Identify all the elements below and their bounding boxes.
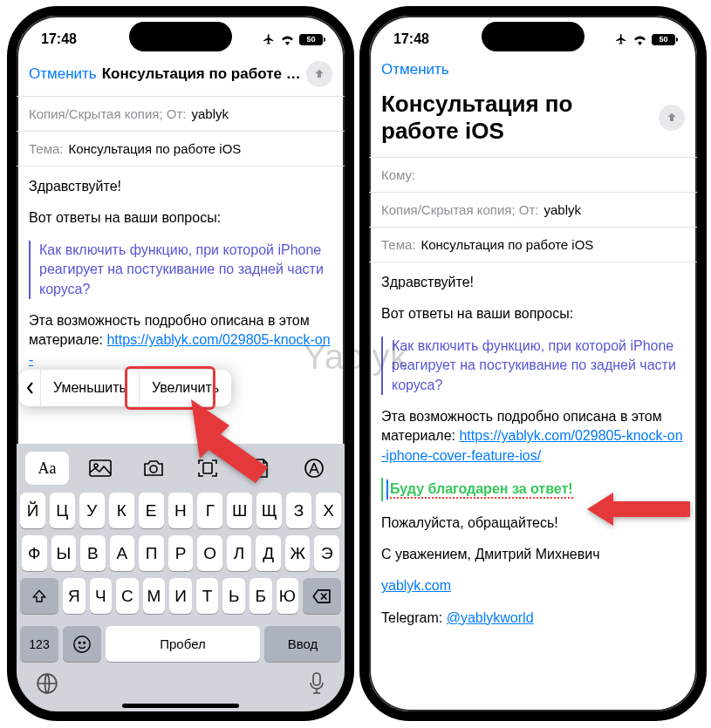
key-ь[interactable]: ь [222,578,245,614]
compose-title-large: Консультация по работе iOS [381,91,652,145]
cc-from-value: yablyk [191,106,229,121]
keyboard-row-3: ячсмитьбю [20,578,341,614]
svg-rect-10 [313,673,320,685]
key-о[interactable]: о [197,535,222,571]
svg-point-5 [305,459,323,477]
send-button[interactable] [306,61,332,87]
signature-site[interactable]: yablyk.com [381,578,451,593]
key-ц[interactable]: ц [50,493,75,528]
key-ш[interactable]: ш [227,493,252,528]
globe-icon[interactable] [36,672,58,695]
key-л[interactable]: л [227,535,252,571]
key-а[interactable]: а [110,535,135,571]
key-ф[interactable]: ф [22,535,47,571]
body-answer: Эта возможность подробно описана в этом … [29,311,332,370]
key-ч[interactable]: ч [90,578,113,614]
cc-from-field[interactable]: Копия/Скрытая копия; От: yablyk [369,193,697,227]
svg-point-2 [94,464,98,467]
message-body[interactable]: Здравствуйте! Вот ответы на ваши вопросы… [17,167,345,402]
key-ы[interactable]: ы [51,535,77,571]
svg-point-6 [74,636,90,651]
body-greeting: Здравствуйте! [381,273,685,292]
subject-field[interactable]: Тема: Консультация по работе iOS [369,228,697,262]
to-label: Кому: [381,167,415,182]
cc-from-value: yablyk [544,202,581,217]
subject-field[interactable]: Тема: Консультация по работе iOS [17,132,345,166]
inserted-quote-text: Буду благодарен за ответ! [381,478,685,500]
scan-button[interactable] [186,452,229,485]
key-ю[interactable]: ю [277,578,299,614]
airplane-icon [614,33,628,45]
svg-rect-4 [203,463,212,473]
key-т[interactable]: т [196,578,219,614]
subject-label: Тема: [381,237,416,252]
svg-point-7 [79,642,80,643]
key-й[interactable]: й [20,493,45,528]
key-ж[interactable]: ж [285,535,311,571]
key-х[interactable]: х [316,493,341,528]
dynamic-island [482,22,585,51]
key-щ[interactable]: щ [256,493,282,528]
photos-button[interactable] [79,452,122,485]
body-quote: Как включить функцию, при которой iPhone… [29,241,332,299]
shift-key[interactable] [20,578,58,614]
body-quote: Как включить функцию, при которой iPhone… [381,337,685,395]
keyboard-row-1: йцукенгшщзх [20,493,341,528]
wifi-icon [280,34,295,45]
compose-nav: Отменить Консультация по работе iOS [17,54,345,96]
key-с[interactable]: с [116,578,139,614]
key-п[interactable]: п [139,535,164,571]
signature-name: С уважением, Дмитрий Михневич [381,545,685,564]
compose-nav: Отменить [369,54,697,87]
svg-rect-1 [90,460,111,476]
signature-telegram-label: Telegram: [381,610,447,625]
body-greeting: Здравствуйте! [29,177,332,196]
key-з[interactable]: з [286,493,311,528]
key-н[interactable]: н [168,493,194,528]
key-д[interactable]: д [256,535,281,571]
status-time: 17:48 [393,31,446,47]
svg-point-3 [150,466,157,473]
svg-point-8 [84,642,85,643]
attach-file-button[interactable] [239,452,283,485]
compose-title: Консультация по работе iOS [102,65,301,83]
key-и[interactable]: и [169,578,192,614]
to-field[interactable]: Кому: [369,158,697,192]
emoji-key[interactable] [63,626,101,662]
key-в[interactable]: в [80,535,106,571]
status-time: 17:48 [41,31,93,47]
key-у[interactable]: у [79,493,105,528]
body-intro: Вот ответы на ваши вопросы: [381,304,685,323]
key-м[interactable]: м [143,578,166,614]
space-key[interactable]: Пробел [106,626,260,662]
key-я[interactable]: я [63,578,85,614]
dynamic-island [129,22,232,51]
signature-telegram-link[interactable]: @yablykworld [447,610,534,625]
quote-level-popover: Уменьшить Увеличить [19,370,231,406]
key-р[interactable]: р [168,535,194,571]
key-к[interactable]: к [109,493,134,528]
message-body[interactable]: Здравствуйте! Вот ответы на ваши вопросы… [369,262,697,628]
cc-from-field[interactable]: Копия/Скрытая копия; От: yablyk [17,97,345,131]
key-э[interactable]: э [314,535,339,571]
home-indicator [122,704,239,708]
cancel-button[interactable]: Отменить [29,65,97,83]
increase-quote-button[interactable]: Увеличить [140,370,231,406]
decrease-quote-button[interactable]: Уменьшить [41,370,139,406]
return-key[interactable]: Ввод [264,626,341,662]
numbers-key[interactable]: 123 [20,626,58,662]
chevron-left-icon[interactable] [26,381,35,395]
markup-button[interactable] [292,452,336,485]
mic-icon[interactable] [308,672,325,695]
wifi-icon [632,34,647,45]
key-б[interactable]: б [250,578,272,614]
send-button[interactable] [659,105,685,131]
airplane-icon [262,33,276,45]
subject-value: Консультация по работе iOS [69,141,242,156]
key-г[interactable]: г [197,493,222,528]
cancel-button[interactable]: Отменить [381,61,449,78]
camera-button[interactable] [132,452,175,485]
key-е[interactable]: е [139,493,164,528]
delete-key[interactable] [303,578,341,614]
format-button[interactable]: Aa [25,452,69,485]
